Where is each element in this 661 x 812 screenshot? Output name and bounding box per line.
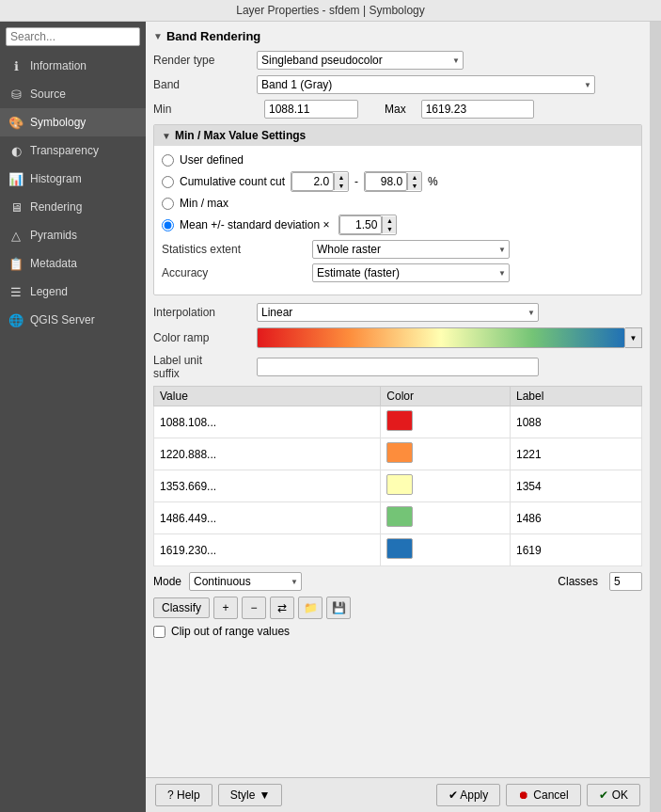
minmax-collapse-icon[interactable]: ▼ <box>162 131 171 141</box>
statistics-extent-row: Statistics extent Whole raster <box>162 240 634 259</box>
cumulative-high-input[interactable] <box>365 172 407 191</box>
classes-input[interactable] <box>609 572 642 591</box>
clip-checkbox[interactable] <box>153 626 165 638</box>
sidebar-item-qgis-server[interactable]: 🌐 QGIS Server <box>0 306 146 334</box>
table-cell-color[interactable] <box>381 438 511 470</box>
cumulative-low-spinner[interactable]: ▲ ▼ <box>291 171 349 192</box>
mean-stddev-input[interactable] <box>339 215 382 234</box>
color-swatch[interactable] <box>386 410 413 431</box>
search-input[interactable] <box>6 27 140 46</box>
reverse-button[interactable]: ⇄ <box>270 597 294 619</box>
render-type-select[interactable]: Singleband pseudocolor <box>257 51 464 70</box>
help-button[interactable]: ? Help <box>155 784 212 806</box>
sidebar-item-transparency[interactable]: ◐ Transparency <box>0 136 146 165</box>
color-swatch[interactable] <box>386 474 413 495</box>
cumulative-low-input[interactable] <box>291 172 334 191</box>
table-cell-value: 1353.669... <box>154 470 381 502</box>
style-button[interactable]: Style ▼ <box>218 784 283 806</box>
mean-stddev-up[interactable]: ▲ <box>383 216 396 225</box>
mean-stddev-buttons: ▲ ▼ <box>382 216 396 233</box>
sidebar-item-pyramids[interactable]: △ Pyramids <box>0 221 146 249</box>
color-ramp-row: Color ramp ▼ <box>153 327 642 348</box>
color-swatch[interactable] <box>386 442 413 463</box>
mean-stddev-down[interactable]: ▼ <box>383 225 396 233</box>
max-input[interactable]: 1619.23 <box>421 100 534 119</box>
cumulative-low-up[interactable]: ▲ <box>335 173 348 182</box>
clip-row: Clip out of range values <box>153 625 642 638</box>
table-cell-label: 1088 <box>511 406 642 438</box>
mode-select[interactable]: Continuous <box>189 572 302 591</box>
table-cell-color[interactable] <box>381 502 511 534</box>
accuracy-select[interactable]: Estimate (faster) <box>312 263 510 282</box>
radio-cumulative[interactable] <box>162 176 174 188</box>
cancel-button[interactable]: ⏺ Cancel <box>506 784 580 806</box>
sidebar-item-symbology[interactable]: 🎨 Symbology <box>0 108 146 136</box>
radio-mean-stddev[interactable] <box>162 219 174 231</box>
sidebar-item-source[interactable]: ⛁ Source <box>0 80 146 108</box>
table-cell-color[interactable] <box>381 534 511 566</box>
remove-button[interactable]: − <box>242 597 266 619</box>
statistics-extent-select-wrapper: Whole raster <box>312 240 510 259</box>
classify-button[interactable]: Classify <box>153 597 210 618</box>
title-text: Layer Properties - sfdem | Symbology <box>236 4 425 17</box>
accuracy-select-wrapper: Estimate (faster) <box>312 263 510 282</box>
cumulative-low-down[interactable]: ▼ <box>335 182 348 190</box>
mode-bar: Mode Continuous Classes <box>153 572 642 591</box>
render-type-select-wrapper: Singleband pseudocolor <box>257 51 464 70</box>
table-cell-label: 1221 <box>511 438 642 470</box>
reverse-icon: ⇄ <box>277 601 287 614</box>
sidebar: ℹ Information ⛁ Source 🎨 Symbology ◐ Tra… <box>0 22 146 812</box>
metadata-icon: 📋 <box>8 255 24 272</box>
transparency-icon: ◐ <box>8 142 24 159</box>
mean-stddev-spinner[interactable]: ▲ ▼ <box>338 215 397 235</box>
table-cell-value: 1220.888... <box>154 438 381 470</box>
sidebar-item-information[interactable]: ℹ Information <box>0 52 146 80</box>
ok-button[interactable]: ✔ OK <box>587 784 640 806</box>
source-icon: ⛁ <box>8 86 24 103</box>
color-swatch[interactable] <box>386 538 413 559</box>
add-button[interactable]: + <box>213 597 238 619</box>
cumulative-high-down[interactable]: ▼ <box>408 182 421 190</box>
sidebar-item-legend[interactable]: ☰ Legend <box>0 278 146 306</box>
band-rendering-title: Band Rendering <box>166 29 260 43</box>
collapse-icon[interactable]: ▼ <box>153 31 163 41</box>
table-cell-color[interactable] <box>381 470 511 502</box>
legend-icon: ☰ <box>8 283 24 300</box>
sidebar-item-label: Transparency <box>30 144 99 157</box>
sidebar-item-metadata[interactable]: 📋 Metadata <box>0 249 146 278</box>
sidebar-item-histogram[interactable]: 📊 Histogram <box>0 165 146 193</box>
table-cell-color[interactable] <box>381 406 511 438</box>
radio-user-defined[interactable] <box>162 154 174 167</box>
radio-minmax-row: Min / max <box>162 197 634 210</box>
scrollbar[interactable] <box>650 22 661 812</box>
min-input[interactable]: 1088.11 <box>264 100 358 119</box>
save-button[interactable]: 💾 <box>326 597 351 619</box>
bottom-right: ✔ Apply ⏺ Cancel ✔ OK <box>436 784 640 806</box>
radio-cumulative-row: Cumulative count cut ▲ ▼ - <box>162 171 634 192</box>
color-ramp-bar[interactable] <box>257 327 625 348</box>
apply-button[interactable]: ✔ Apply <box>436 784 501 806</box>
cumulative-high-up[interactable]: ▲ <box>408 173 421 182</box>
folder-button[interactable]: 📁 <box>298 597 323 619</box>
render-type-label: Render type <box>153 54 257 67</box>
label-unit-suffix-input[interactable] <box>257 358 539 376</box>
color-table-header: Value Color Label <box>154 387 642 406</box>
color-table-body: 1088.108...10881220.888...12211353.669..… <box>154 406 642 566</box>
color-swatch[interactable] <box>386 506 413 527</box>
cumulative-high-spinner[interactable]: ▲ ▼ <box>364 171 422 192</box>
color-ramp-dropdown-btn[interactable]: ▼ <box>625 327 642 348</box>
band-select-wrapper: Band 1 (Gray) <box>257 75 595 94</box>
interpolation-label: Interpolation <box>153 306 257 319</box>
accuracy-row: Accuracy Estimate (faster) <box>162 263 634 282</box>
sidebar-item-rendering[interactable]: 🖥 Rendering <box>0 193 146 221</box>
table-cell-value: 1619.230... <box>154 534 381 566</box>
style-label: Style <box>230 788 256 802</box>
statistics-extent-select[interactable]: Whole raster <box>312 240 510 259</box>
table-cell-label: 1619 <box>511 534 642 566</box>
cancel-label: Cancel <box>533 788 568 802</box>
radio-minmax[interactable] <box>162 198 174 210</box>
color-ramp-label: Color ramp <box>153 331 257 344</box>
table-cell-value: 1486.449... <box>154 502 381 534</box>
interpolation-select[interactable]: Linear <box>257 303 539 322</box>
band-select[interactable]: Band 1 (Gray) <box>257 75 595 94</box>
